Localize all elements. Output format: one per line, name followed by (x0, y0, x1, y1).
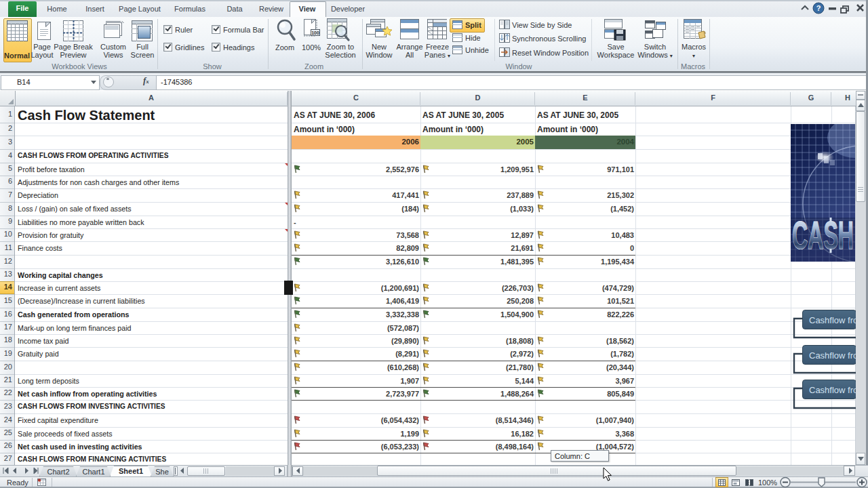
svg-text:CASH: CASH (792, 213, 854, 257)
svg-text:?: ? (816, 4, 821, 12)
svg-text:100: 100 (311, 30, 319, 35)
